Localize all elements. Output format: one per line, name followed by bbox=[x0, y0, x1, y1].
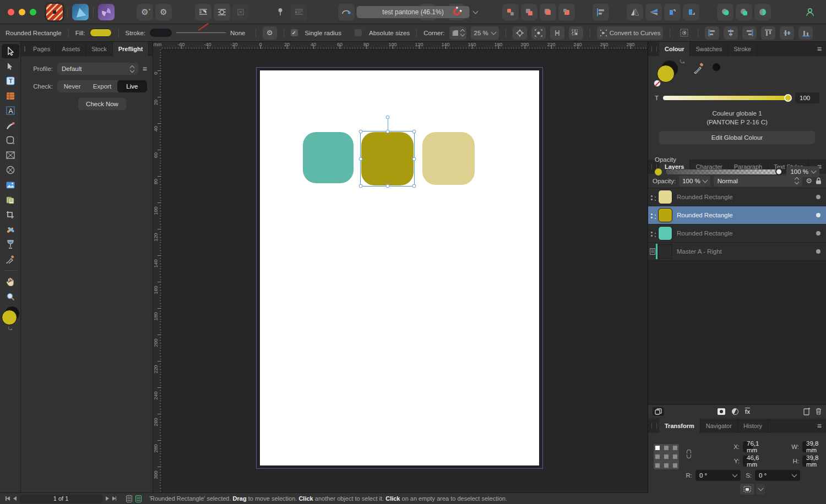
minimize-window-button[interactable] bbox=[19, 9, 25, 15]
handle-bottom-left[interactable] bbox=[359, 184, 363, 188]
link-dimensions-icon[interactable] bbox=[684, 450, 693, 458]
check-never-option[interactable]: Never bbox=[57, 80, 87, 92]
tint-value[interactable]: 100 bbox=[795, 92, 819, 103]
vector-crop-tool[interactable] bbox=[2, 207, 19, 222]
snapping-dropdown-chevron-icon[interactable] bbox=[467, 4, 483, 20]
layer-label[interactable]: Master A - Right bbox=[677, 248, 722, 255]
delete-layer-icon[interactable] bbox=[816, 408, 822, 415]
opacity-value[interactable]: 100 % bbox=[786, 166, 819, 177]
layer-effects-icon[interactable]: fx bbox=[745, 408, 750, 415]
check-live-option[interactable]: Live bbox=[117, 80, 147, 92]
wrap-outline-icon[interactable] bbox=[214, 4, 230, 20]
handle-mid-right[interactable] bbox=[412, 157, 416, 161]
layer-row-khaki[interactable]: Rounded Rectangle bbox=[648, 188, 826, 206]
align-top-icon[interactable] bbox=[761, 26, 775, 40]
rotate-cw-icon[interactable] bbox=[683, 4, 699, 20]
arrange-forward-icon[interactable] bbox=[521, 4, 537, 20]
single-radius-checkbox[interactable]: ✓ bbox=[291, 29, 298, 36]
align-bottom-icon[interactable] bbox=[798, 26, 813, 40]
stroke-width-control[interactable] bbox=[176, 29, 226, 37]
picked-colour-swatch[interactable] bbox=[712, 63, 721, 72]
node-tool[interactable] bbox=[2, 59, 19, 73]
tab-preflight[interactable]: Preflight bbox=[113, 42, 149, 56]
rounded-rectangle-shape-khaki[interactable] bbox=[422, 132, 475, 185]
pages-status-icon[interactable] bbox=[126, 495, 132, 502]
boolean-add-icon[interactable] bbox=[717, 4, 733, 20]
boolean-intersect-icon[interactable] bbox=[754, 4, 771, 20]
flip-horizontal-icon[interactable] bbox=[627, 4, 643, 20]
layer-row-olive-selected[interactable]: Rounded Rectangle bbox=[648, 206, 826, 224]
fill-colour-well[interactable] bbox=[2, 310, 17, 325]
arrange-back-icon[interactable] bbox=[558, 4, 575, 20]
add-layer-icon[interactable] bbox=[803, 408, 810, 415]
layers-empty-area[interactable] bbox=[648, 261, 826, 404]
colour-picker-tool[interactable] bbox=[2, 252, 19, 266]
cycle-selection-box-icon[interactable] bbox=[550, 26, 564, 40]
panel-grip[interactable] bbox=[651, 46, 657, 52]
transform-panel-menu-icon[interactable]: ≡ bbox=[813, 421, 826, 430]
page-indicator[interactable]: 1 of 1 bbox=[20, 495, 102, 503]
selection-box[interactable] bbox=[360, 131, 415, 187]
tab-stock[interactable]: Stock bbox=[86, 42, 113, 56]
panel-grip[interactable] bbox=[651, 423, 657, 429]
rotation-handle[interactable] bbox=[385, 116, 389, 119]
shear-input[interactable]: 0 ° bbox=[755, 470, 800, 481]
transparency-tool[interactable] bbox=[2, 237, 19, 251]
tint-slider[interactable] bbox=[663, 96, 791, 100]
view-hand-tool[interactable] bbox=[2, 275, 19, 289]
absolute-sizes-checkbox[interactable] bbox=[355, 29, 362, 36]
next-page-button[interactable] bbox=[106, 496, 109, 501]
check-now-button[interactable]: Check Now bbox=[78, 98, 126, 110]
single-radius-label[interactable]: Single radius bbox=[305, 30, 341, 36]
tab-stroke[interactable]: Stroke bbox=[728, 42, 757, 56]
ignore-wrap-icon[interactable] bbox=[232, 4, 249, 20]
pin-icon[interactable] bbox=[272, 4, 289, 20]
preflight-status-icon[interactable] bbox=[135, 495, 142, 502]
mask-layer-icon[interactable] bbox=[718, 408, 725, 415]
profile-menu-icon[interactable]: ≡ bbox=[143, 64, 147, 73]
tab-history[interactable]: History bbox=[738, 419, 768, 433]
rounded-rectangle-shape-teal[interactable] bbox=[303, 132, 354, 183]
h-input[interactable]: 39,8 mm bbox=[802, 456, 811, 467]
vertical-ruler[interactable]: 0204060801001201401601802002202402602803… bbox=[153, 50, 162, 492]
last-page-button[interactable] bbox=[112, 496, 117, 501]
rotate-ccw-icon[interactable] bbox=[664, 4, 681, 20]
layer-thumbnail[interactable] bbox=[658, 208, 672, 222]
horizontal-ruler[interactable]: -60-40-200204060801001201401601802002202… bbox=[162, 42, 648, 50]
colour-well[interactable]: ⤿ bbox=[1, 306, 20, 326]
fill-selector[interactable] bbox=[657, 65, 675, 83]
transform-origin-dropdown[interactable] bbox=[756, 484, 765, 495]
account-icon[interactable] bbox=[802, 4, 818, 20]
edit-global-colour-button[interactable]: Edit Global Colour bbox=[659, 131, 815, 144]
arrange-backward-icon[interactable] bbox=[540, 4, 556, 20]
tint-slider-handle[interactable] bbox=[784, 94, 792, 102]
anchor-point-selector[interactable] bbox=[654, 444, 679, 469]
insertion-target-icon[interactable] bbox=[569, 26, 583, 40]
handle-mid-left[interactable] bbox=[359, 157, 363, 161]
swap-colours-icon[interactable]: ⤿ bbox=[8, 326, 13, 332]
layer-thumbnail[interactable] bbox=[658, 226, 672, 240]
boolean-subtract-icon[interactable] bbox=[736, 4, 752, 20]
frame-text-tool[interactable]: T bbox=[2, 74, 19, 88]
layer-visibility-toggle[interactable] bbox=[816, 249, 820, 254]
align-centre-icon[interactable] bbox=[724, 26, 738, 40]
layer-visibility-toggle[interactable] bbox=[816, 195, 820, 199]
opacity-slider-handle[interactable] bbox=[775, 168, 782, 176]
corner-radius-input[interactable]: 25 % bbox=[471, 26, 499, 40]
handle-bottom-right[interactable] bbox=[412, 184, 416, 188]
alignment-icon[interactable] bbox=[593, 4, 609, 20]
first-page-button[interactable] bbox=[6, 496, 10, 501]
fill-gradient-tool[interactable] bbox=[2, 222, 19, 237]
stroke-properties-button[interactable]: ⚙ bbox=[263, 26, 277, 40]
paragraph-format-icon[interactable] bbox=[291, 4, 307, 20]
adjustment-layer-icon[interactable] bbox=[732, 408, 738, 415]
tab-colour[interactable]: Colour bbox=[659, 42, 690, 56]
eyedropper-icon[interactable] bbox=[693, 63, 704, 74]
photo-persona-icon[interactable] bbox=[98, 4, 115, 20]
check-export-option[interactable]: Export bbox=[87, 80, 117, 92]
handle-top-right[interactable] bbox=[412, 130, 416, 134]
rectangle-frame-tool[interactable] bbox=[2, 148, 19, 162]
arrange-front-icon[interactable] bbox=[502, 4, 519, 20]
stroke-style-value[interactable]: None bbox=[230, 30, 246, 36]
x-input[interactable]: 76,1 mm bbox=[743, 441, 753, 452]
